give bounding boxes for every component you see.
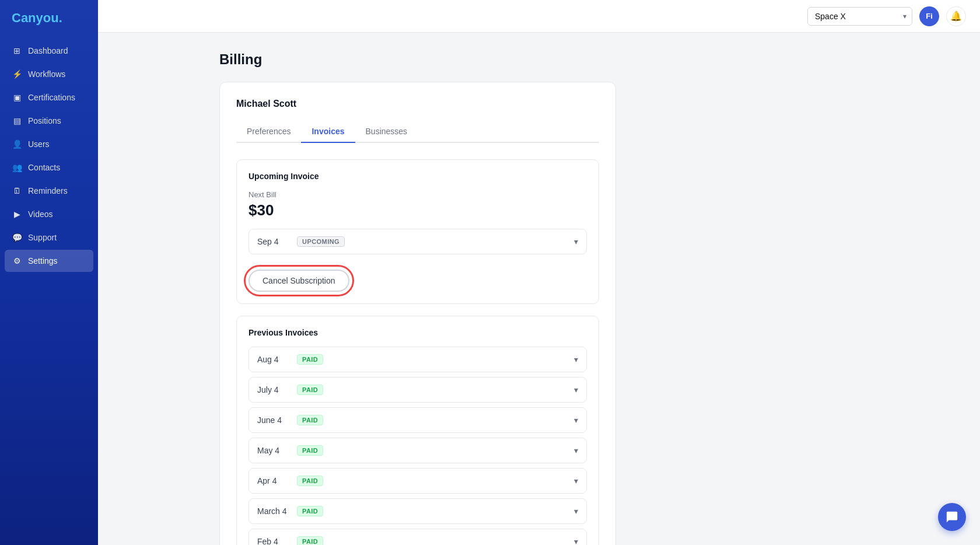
invoice-date: June 4 xyxy=(257,415,290,425)
invoice-row-july[interactable]: July 4 PAID ▾ xyxy=(249,377,587,403)
status-badge-paid: PAID xyxy=(297,415,323,425)
invoice-date: Apr 4 xyxy=(257,476,290,485)
users-icon: 👤 xyxy=(12,139,22,149)
invoice-row-june[interactable]: June 4 PAID ▾ xyxy=(249,407,587,433)
next-bill-label: Next Bill xyxy=(249,190,587,199)
status-badge-paid: PAID xyxy=(297,445,323,456)
upcoming-invoice-title: Upcoming Invoice xyxy=(249,172,587,181)
reminders-icon: 🗓 xyxy=(12,186,22,196)
sidebar-item-certifications[interactable]: ▣ Certifications xyxy=(5,86,93,109)
dashboard-icon: ⊞ xyxy=(12,46,22,56)
cancel-subscription-wrapper: Cancel Subscription xyxy=(249,270,349,292)
invoice-row-may[interactable]: May 4 PAID ▾ xyxy=(249,438,587,463)
chevron-down-icon: ▾ xyxy=(574,476,578,485)
sidebar-item-dashboard[interactable]: ⊞ Dashboard xyxy=(5,40,93,62)
invoice-date: Feb 4 xyxy=(257,537,290,545)
status-badge-paid: PAID xyxy=(297,385,323,395)
contacts-icon: 👥 xyxy=(12,162,22,173)
sidebar-item-label: Users xyxy=(28,139,50,149)
sidebar-item-label: Videos xyxy=(28,209,53,219)
invoice-date: March 4 xyxy=(257,506,290,516)
chevron-down-icon: ▾ xyxy=(574,385,578,394)
sidebar-item-users[interactable]: 👤 Users xyxy=(5,133,93,155)
invoice-row-march[interactable]: March 4 PAID ▾ xyxy=(249,498,587,524)
sidebar-item-label: Settings xyxy=(28,256,58,265)
upcoming-invoice-section: Upcoming Invoice Next Bill $30 Sep 4 UPC… xyxy=(236,159,599,304)
sidebar-item-label: Reminders xyxy=(28,186,68,195)
status-badge-paid: PAID xyxy=(297,354,323,365)
invoice-date: May 4 xyxy=(257,446,290,455)
chevron-down-icon: ▾ xyxy=(574,415,578,425)
sidebar-item-workflows[interactable]: ⚡ Workflows xyxy=(5,63,93,85)
certifications-icon: ▣ xyxy=(12,92,22,103)
status-badge-paid: PAID xyxy=(297,536,323,545)
main-content: Billing Michael Scott Preferences Invoic… xyxy=(196,33,980,545)
sidebar: Canyou. ⊞ Dashboard ⚡ Workflows ▣ Certif… xyxy=(0,0,98,545)
status-badge-upcoming: UPCOMING xyxy=(297,236,345,247)
sidebar-item-reminders[interactable]: 🗓 Reminders xyxy=(5,180,93,202)
sidebar-item-label: Dashboard xyxy=(28,46,68,55)
support-icon: 💬 xyxy=(12,232,22,243)
tab-invoices[interactable]: Invoices xyxy=(301,121,355,143)
status-badge-paid: PAID xyxy=(297,506,323,516)
invoice-date: Aug 4 xyxy=(257,355,290,364)
chat-icon xyxy=(946,511,958,523)
tab-bar: Preferences Invoices Businesses xyxy=(236,121,599,143)
chevron-down-icon: ▾ xyxy=(574,237,578,246)
status-badge-paid: PAID xyxy=(297,476,323,486)
chevron-down-icon: ▾ xyxy=(574,506,578,516)
sidebar-nav: ⊞ Dashboard ⚡ Workflows ▣ Certifications… xyxy=(0,40,98,272)
sidebar-item-label: Positions xyxy=(28,116,61,125)
sidebar-item-label: Certifications xyxy=(28,93,75,102)
billing-card: Michael Scott Preferences Invoices Busin… xyxy=(219,82,616,545)
sidebar-item-label: Support xyxy=(28,233,57,242)
brand-logo[interactable]: Canyou. xyxy=(0,0,98,40)
org-selector[interactable]: Space X NASA SpaceY ▾ xyxy=(807,7,912,26)
next-bill-amount: $30 xyxy=(249,201,587,219)
sidebar-item-positions[interactable]: ▤ Positions xyxy=(5,110,93,132)
invoice-row-feb[interactable]: Feb 4 PAID ▾ xyxy=(249,529,587,545)
sidebar-item-label: Contacts xyxy=(28,163,60,172)
chevron-down-icon: ▾ xyxy=(574,446,578,455)
sidebar-item-videos[interactable]: ▶ Videos xyxy=(5,203,93,225)
notification-bell[interactable]: 🔔 xyxy=(946,6,966,26)
cancel-subscription-button[interactable]: Cancel Subscription xyxy=(249,270,349,292)
settings-icon: ⚙ xyxy=(12,256,22,266)
tab-businesses[interactable]: Businesses xyxy=(355,121,418,143)
invoice-row-aug[interactable]: Aug 4 PAID ▾ xyxy=(249,347,587,372)
chat-bubble-button[interactable] xyxy=(938,503,966,531)
tab-preferences[interactable]: Preferences xyxy=(236,121,301,143)
header: Space X NASA SpaceY ▾ Fi 🔔 xyxy=(98,0,980,33)
sidebar-item-label: Workflows xyxy=(28,69,65,79)
avatar[interactable]: Fi xyxy=(919,6,939,26)
invoice-row-apr[interactable]: Apr 4 PAID ▾ xyxy=(249,468,587,494)
invoice-date: Sep 4 xyxy=(257,237,290,246)
sidebar-item-support[interactable]: 💬 Support xyxy=(5,226,93,249)
workflows-icon: ⚡ xyxy=(12,69,22,79)
org-select-input[interactable]: Space X NASA SpaceY xyxy=(807,7,912,26)
sidebar-item-settings[interactable]: ⚙ Settings xyxy=(5,250,93,272)
previous-invoices-section: Previous Invoices Aug 4 PAID ▾ July 4 PA… xyxy=(236,316,599,545)
previous-invoices-title: Previous Invoices xyxy=(249,328,587,337)
sidebar-item-contacts[interactable]: 👥 Contacts xyxy=(5,156,93,179)
invoice-date: July 4 xyxy=(257,385,290,394)
user-name: Michael Scott xyxy=(236,99,599,109)
videos-icon: ▶ xyxy=(12,209,22,219)
page-title: Billing xyxy=(219,51,957,68)
upcoming-invoice-row[interactable]: Sep 4 UPCOMING ▾ xyxy=(249,229,587,254)
chevron-down-icon: ▾ xyxy=(574,355,578,364)
chevron-down-icon: ▾ xyxy=(574,537,578,545)
positions-icon: ▤ xyxy=(12,116,22,126)
